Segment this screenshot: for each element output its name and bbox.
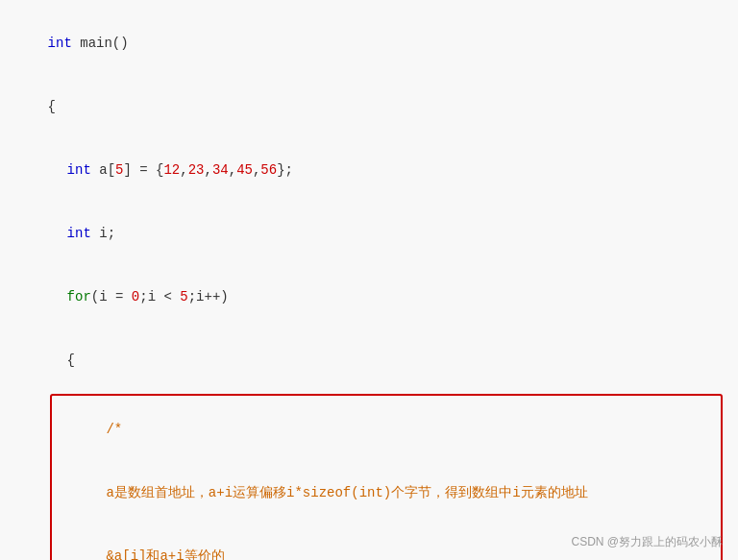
box1-comment-line1: a是数组首地址，a+i运算偏移i*sizeof(int)个字节，得到数组中i元素… [58,461,715,524]
line-open-brace-2: { [15,329,723,392]
line-int-i: int i; [15,202,723,265]
line-main: int main() [15,12,723,75]
line-for-1: for(i = 0;i < 5;i++) [15,265,723,329]
code-container: int main() { int a[5] = {12,23,34,45,56}… [0,0,738,560]
watermark: CSDN @努力跟上的码农小酥 [571,534,723,550]
line-array-decl: int a[5] = {12,23,34,45,56}; [15,138,723,202]
keyword-int: int [48,36,72,51]
box1-comment-open: /* [58,398,715,461]
line-open-brace-1: { [15,75,723,138]
main-fn: main() [72,36,129,51]
